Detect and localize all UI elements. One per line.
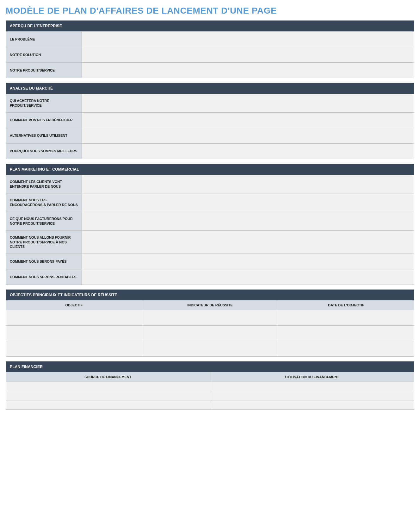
table-header-row: OBJECTIF INDICATEUR DE RÉUSSITE DATE DE … <box>6 300 414 310</box>
kv-row: COMMENT NOUS SERONS PAYÉS <box>6 254 414 269</box>
table-header-cell: OBJECTIF <box>6 300 142 310</box>
kv-row: CE QUE NOUS FACTURERONS POUR NOTRE PRODU… <box>6 212 414 230</box>
table-row <box>6 400 414 409</box>
table-cell[interactable] <box>278 326 414 341</box>
section-objectives: OBJECTIFS PRINCIPAUX ET INDICATEURS DE R… <box>6 289 414 357</box>
kv-value[interactable] <box>82 113 414 128</box>
kv-label: COMMENT NOUS SERONS PAYÉS <box>6 254 82 269</box>
page-title: MODÈLE DE PLAN D'AFFAIRES DE LANCEMENT D… <box>6 6 414 16</box>
kv-value[interactable] <box>82 32 414 47</box>
table-row <box>6 341 414 356</box>
section-marketing: PLAN MARKETING ET COMMERCIAL COMMENT LES… <box>6 164 414 285</box>
table-cell[interactable] <box>278 341 414 356</box>
table-row <box>6 310 414 325</box>
table-cell[interactable] <box>6 341 142 356</box>
kv-row: LE PROBLÈME <box>6 31 414 47</box>
table-cell[interactable] <box>142 326 278 341</box>
section-market: ANALYSE DU MARCHÉ QUI ACHÈTERA NOTRE PRO… <box>6 83 414 159</box>
table-cell[interactable] <box>6 310 142 325</box>
kv-label: NOTRE SOLUTION <box>6 47 82 62</box>
kv-value[interactable] <box>82 47 414 62</box>
table-header-cell: INDICATEUR DE RÉUSSITE <box>142 300 278 310</box>
kv-row: COMMENT NOUS ALLONS FOURNIR NOTRE PRODUI… <box>6 230 414 254</box>
kv-row: COMMENT LES CLIENTS VONT ENTENDRE PARLER… <box>6 175 414 193</box>
kv-value[interactable] <box>82 231 414 254</box>
section-header-marketing: PLAN MARKETING ET COMMERCIAL <box>6 164 414 175</box>
table-cell[interactable] <box>278 310 414 325</box>
objectives-table: OBJECTIF INDICATEUR DE RÉUSSITE DATE DE … <box>6 300 414 356</box>
kv-label: COMMENT VONT-ILS EN BÉNÉFICIER <box>6 113 82 128</box>
table-cell[interactable] <box>210 391 414 400</box>
kv-row: COMMENT NOUS LES ENCOURAGERONS À PARLER … <box>6 193 414 212</box>
table-row <box>6 382 414 391</box>
table-cell[interactable] <box>6 382 210 391</box>
table-cell[interactable] <box>210 382 414 391</box>
table-cell[interactable] <box>6 400 210 409</box>
kv-row: ALTERNATIVES QU'ILS UTILISENT <box>6 128 414 143</box>
kv-label: COMMENT NOUS SERONS RENTABLES <box>6 269 82 285</box>
kv-value[interactable] <box>82 212 414 230</box>
table-header-cell: DATE DE L'OBJECTIF <box>278 300 414 310</box>
kv-label: LE PROBLÈME <box>6 32 82 47</box>
table-row <box>6 391 414 400</box>
kv-value[interactable] <box>82 254 414 269</box>
kv-value[interactable] <box>82 94 414 112</box>
section-header-financial: PLAN FINANCIER <box>6 361 414 372</box>
kv-label: NOTRE PRODUIT/SERVICE <box>6 63 82 78</box>
table-cell[interactable] <box>142 341 278 356</box>
section-financial: PLAN FINANCIER SOURCE DE FINANCEMENT UTI… <box>6 361 414 410</box>
kv-label: CE QUE NOUS FACTURERONS POUR NOTRE PRODU… <box>6 212 82 230</box>
kv-label: ALTERNATIVES QU'ILS UTILISENT <box>6 128 82 143</box>
kv-row: NOTRE SOLUTION <box>6 47 414 62</box>
table-cell[interactable] <box>142 310 278 325</box>
section-header-overview: APERÇU DE L'ENTREPRISE <box>6 21 414 31</box>
kv-label: COMMENT NOUS ALLONS FOURNIR NOTRE PRODUI… <box>6 231 82 254</box>
kv-value[interactable] <box>82 193 414 212</box>
section-header-objectives: OBJECTIFS PRINCIPAUX ET INDICATEURS DE R… <box>6 290 414 300</box>
table-cell[interactable] <box>210 400 414 409</box>
table-cell[interactable] <box>6 391 210 400</box>
kv-row: QUI ACHÈTERA NOTRE PRODUIT/SERVICE <box>6 94 414 112</box>
kv-value[interactable] <box>82 128 414 143</box>
kv-value[interactable] <box>82 175 414 193</box>
kv-value[interactable] <box>82 144 414 159</box>
kv-row: COMMENT VONT-ILS EN BÉNÉFICIER <box>6 112 414 128</box>
kv-row: POURQUOI NOUS SOMMES MEILLEURS <box>6 143 414 159</box>
kv-label: COMMENT NOUS LES ENCOURAGERONS À PARLER … <box>6 193 82 212</box>
kv-label: COMMENT LES CLIENTS VONT ENTENDRE PARLER… <box>6 175 82 193</box>
kv-row: NOTRE PRODUIT/SERVICE <box>6 62 414 78</box>
table-header-cell: UTILISATION DU FINANCEMENT <box>210 372 414 382</box>
table-row <box>6 325 414 341</box>
table-cell[interactable] <box>6 326 142 341</box>
kv-row: COMMENT NOUS SERONS RENTABLES <box>6 269 414 285</box>
table-header-row: SOURCE DE FINANCEMENT UTILISATION DU FIN… <box>6 372 414 382</box>
section-overview: APERÇU DE L'ENTREPRISE LE PROBLÈME NOTRE… <box>6 20 414 78</box>
table-header-cell: SOURCE DE FINANCEMENT <box>6 372 210 382</box>
kv-value[interactable] <box>82 63 414 78</box>
financial-table: SOURCE DE FINANCEMENT UTILISATION DU FIN… <box>6 372 414 409</box>
kv-label: POURQUOI NOUS SOMMES MEILLEURS <box>6 144 82 159</box>
section-header-market: ANALYSE DU MARCHÉ <box>6 83 414 94</box>
kv-label: QUI ACHÈTERA NOTRE PRODUIT/SERVICE <box>6 94 82 112</box>
kv-value[interactable] <box>82 269 414 285</box>
